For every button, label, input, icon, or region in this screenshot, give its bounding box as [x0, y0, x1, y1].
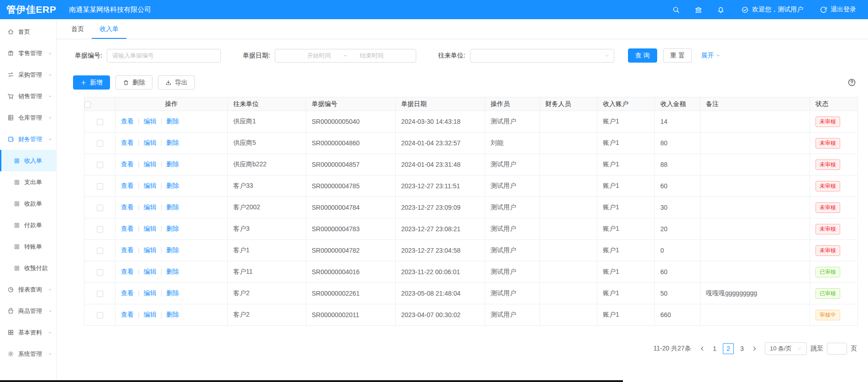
sidebar-item-5[interactable]: 财务管理	[0, 128, 56, 150]
sidebar-subitem-5-0[interactable]: 收入单	[0, 150, 56, 171]
row-action-delete[interactable]: 删除	[166, 139, 179, 146]
row-action-view[interactable]: 查看	[121, 225, 134, 232]
sidebar-item-7[interactable]: 商品管理	[0, 300, 56, 322]
next-page-button[interactable]	[751, 345, 758, 352]
action-separator: |	[138, 311, 140, 318]
status-badge: 未审核	[816, 181, 840, 191]
cell-operator: 测试用户	[485, 240, 540, 261]
cell-partner: 供应商5	[228, 133, 306, 154]
row-checkbox[interactable]	[97, 205, 103, 211]
sidebar-item-1[interactable]: 零售管理	[0, 42, 56, 64]
row-checkbox[interactable]	[97, 162, 103, 168]
partner-select[interactable]	[470, 49, 614, 63]
add-button[interactable]: 新增	[73, 75, 110, 90]
sidebar-item-0[interactable]: 首页	[0, 21, 56, 42]
search-icon[interactable]	[672, 6, 680, 14]
action-separator: |	[138, 117, 140, 125]
row-action-edit[interactable]: 编辑	[144, 268, 157, 275]
cell-bill-no: SR00000002011	[306, 304, 396, 326]
cell-finance-staff	[540, 283, 597, 304]
cell-partner: 客户2	[228, 283, 306, 304]
page-size-select[interactable]: 10 条/页	[765, 342, 807, 355]
sidebar-item-3[interactable]: 销售管理	[0, 85, 56, 107]
prev-page-button[interactable]	[699, 345, 706, 352]
sidebar-subitem-5-5[interactable]: 收预付款	[0, 257, 56, 279]
row-action-edit[interactable]: 编辑	[144, 225, 157, 232]
help-icon[interactable]	[847, 78, 856, 87]
row-checkbox[interactable]	[97, 119, 103, 125]
row-action-delete[interactable]: 删除	[166, 117, 179, 125]
cell-actions: 查看|编辑|删除	[115, 304, 228, 326]
row-action-edit[interactable]: 编辑	[144, 311, 157, 318]
sidebar-subitem-5-3[interactable]: 付款单	[0, 214, 56, 236]
row-checkbox[interactable]	[97, 269, 103, 276]
sidebar-item-9[interactable]: 系统管理	[0, 343, 56, 365]
page-2-button[interactable]: 2	[723, 343, 734, 354]
row-action-edit[interactable]: 编辑	[144, 160, 157, 168]
row-action-delete[interactable]: 删除	[166, 311, 179, 318]
row-action-view[interactable]: 查看	[121, 289, 134, 297]
row-checkbox[interactable]	[97, 291, 103, 297]
row-action-view[interactable]: 查看	[121, 117, 134, 125]
cell-remark	[701, 111, 810, 133]
export-button[interactable]: 导出	[158, 75, 195, 90]
user-menu[interactable]: 欢迎您，测试用户	[741, 5, 803, 14]
row-action-view[interactable]: 查看	[121, 139, 134, 146]
row-checkbox[interactable]	[97, 140, 103, 147]
bill-no-input[interactable]	[107, 49, 221, 63]
doc-icon	[14, 244, 20, 250]
select-all-checkbox[interactable]	[84, 101, 91, 108]
row-checkbox[interactable]	[97, 183, 103, 190]
delete-button[interactable]: 删除	[115, 75, 152, 90]
row-action-delete[interactable]: 删除	[166, 225, 179, 232]
row-action-delete[interactable]: 删除	[166, 246, 179, 254]
bell-icon[interactable]	[717, 6, 725, 14]
row-action-delete[interactable]: 删除	[166, 289, 179, 297]
cell-partner: 客户3	[228, 218, 306, 240]
status-badge: 已审核	[816, 288, 840, 299]
row-action-view[interactable]: 查看	[121, 268, 134, 275]
page-3-button[interactable]: 3	[737, 343, 748, 354]
jump-input[interactable]	[827, 343, 847, 355]
sidebar-subitem-5-4[interactable]: 转账单	[0, 236, 56, 257]
sidebar-item-6[interactable]: 报表查询	[0, 279, 56, 300]
bank-icon[interactable]	[695, 6, 702, 14]
row-action-delete[interactable]: 删除	[166, 182, 179, 189]
tab-income-bill[interactable]: 收入单	[92, 19, 126, 39]
row-action-delete[interactable]: 删除	[166, 268, 179, 275]
row-checkbox[interactable]	[97, 226, 103, 233]
page-1-button[interactable]: 1	[709, 343, 720, 354]
reset-button[interactable]: 重 置	[663, 48, 692, 63]
sidebar-item-4[interactable]: 仓库管理	[0, 107, 56, 128]
cell-bill-no: SR00000004784	[306, 197, 396, 218]
search-button[interactable]: 查 询	[628, 48, 657, 63]
row-action-delete[interactable]: 删除	[166, 203, 179, 211]
sidebar-subitem-5-2[interactable]: 收款单	[0, 193, 56, 214]
row-action-edit[interactable]: 编辑	[144, 246, 157, 254]
row-action-view[interactable]: 查看	[121, 246, 134, 254]
row-checkbox[interactable]	[97, 312, 103, 318]
row-action-edit[interactable]: 编辑	[144, 139, 157, 146]
row-action-edit[interactable]: 编辑	[144, 203, 157, 211]
row-action-view[interactable]: 查看	[121, 203, 134, 211]
expand-link[interactable]: 展开	[701, 52, 721, 60]
date-range-picker[interactable]: 开始时间 ~ 结束时间	[275, 49, 416, 63]
app-logo[interactable]: 管伊佳ERP	[6, 3, 56, 16]
sidebar-item-label: 基本资料	[18, 329, 48, 337]
row-action-delete[interactable]: 删除	[166, 160, 179, 168]
topbar: 管伊佳ERP 南通某某网络科技有限公司 欢迎您，测试用户 退出登录	[0, 0, 868, 19]
row-action-view[interactable]: 查看	[121, 311, 134, 318]
row-action-edit[interactable]: 编辑	[144, 182, 157, 189]
row-action-edit[interactable]: 编辑	[144, 289, 157, 297]
tab-home[interactable]: 首页	[63, 19, 92, 39]
logout-button[interactable]: 退出登录	[820, 5, 856, 14]
row-checkbox[interactable]	[97, 248, 103, 254]
row-action-view[interactable]: 查看	[121, 160, 134, 168]
cell-status: 未审核	[810, 111, 858, 133]
sidebar-subitem-5-1[interactable]: 支出单	[0, 171, 56, 193]
row-action-view[interactable]: 查看	[121, 182, 134, 189]
sidebar-item-2[interactable]: 采购管理	[0, 64, 56, 85]
row-action-edit[interactable]: 编辑	[144, 117, 157, 125]
sidebar-item-8[interactable]: 基本资料	[0, 322, 56, 343]
cell-partner: 供应商b222	[228, 154, 306, 175]
